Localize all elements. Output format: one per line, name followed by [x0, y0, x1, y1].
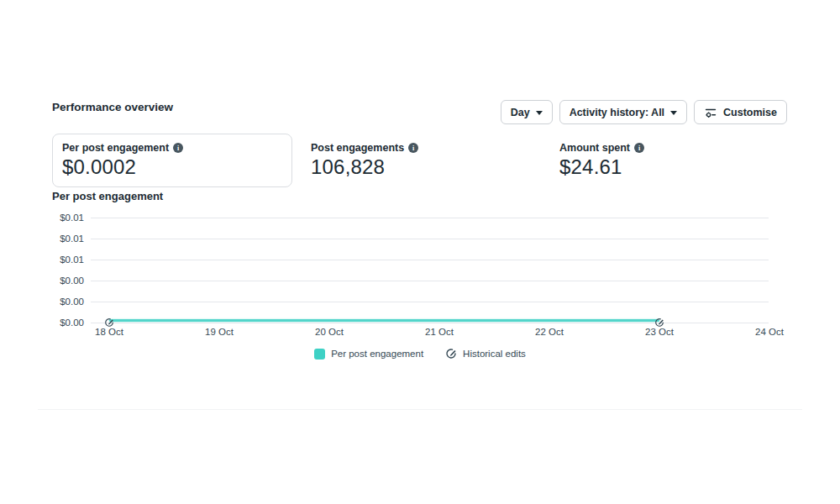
gridline — [91, 218, 769, 218]
x-tick-label: 23 Oct — [630, 327, 689, 337]
day-dropdown[interactable]: Day — [501, 100, 553, 124]
metric-card-post-engagements[interactable]: Post engagements i 106,828 — [301, 134, 541, 187]
chevron-down-icon — [536, 111, 543, 115]
performance-overview-panel: Performance overview Day Activity histor… — [0, 0, 840, 504]
metric-cards-row: Per post engagement i $0.0002 Post engag… — [52, 134, 790, 187]
activity-history-dropdown[interactable]: Activity history: All — [559, 100, 687, 124]
series-line-per-post-engagement[interactable] — [109, 319, 659, 322]
chart-legend: Per post engagement Historical edits — [0, 348, 840, 360]
metric-label: Amount spent — [559, 142, 630, 154]
chevron-down-icon — [670, 111, 677, 115]
page-title: Performance overview — [52, 101, 173, 113]
series-color-swatch — [314, 349, 325, 360]
day-dropdown-label: Day — [511, 107, 530, 118]
info-icon[interactable]: i — [408, 143, 418, 153]
x-tick-label: 18 Oct — [80, 327, 139, 337]
y-tick-label: $0.01 — [30, 211, 84, 224]
chart-title: Per post engagement — [52, 190, 163, 202]
metric-value: 106,828 — [311, 155, 531, 179]
metric-label: Post engagements — [311, 142, 404, 154]
metric-card-amount-spent[interactable]: Amount spent i $24.61 — [549, 134, 790, 187]
gridline — [91, 302, 769, 302]
legend-item-historical-edits: Historical edits — [445, 348, 526, 360]
x-tick-label: 20 Oct — [300, 327, 359, 337]
metric-value: $24.61 — [559, 155, 780, 179]
y-tick-label: $0.00 — [30, 316, 84, 329]
x-tick-label: 24 Oct — [740, 327, 799, 337]
gridline — [91, 323, 769, 323]
metric-card-per-post-engagement[interactable]: Per post engagement i $0.0002 — [52, 134, 292, 187]
y-tick-label: $0.01 — [30, 232, 84, 245]
info-icon[interactable]: i — [634, 143, 644, 153]
y-tick-label: $0.01 — [30, 253, 84, 266]
metric-label: Per post engagement — [62, 142, 169, 154]
y-tick-label: $0.00 — [30, 295, 84, 308]
x-tick-label: 22 Oct — [520, 327, 579, 337]
y-tick-label: $0.00 — [30, 274, 84, 287]
section-divider — [38, 409, 802, 410]
legend-item-per-post-engagement: Per post engagement — [314, 349, 423, 360]
historical-edits-icon — [445, 348, 457, 360]
gridline — [91, 239, 769, 239]
legend-label: Per post engagement — [331, 349, 423, 359]
historical-edit-icon[interactable] — [654, 316, 664, 326]
x-tick-label: 21 Oct — [410, 327, 469, 337]
legend-label: Historical edits — [463, 349, 526, 359]
info-icon[interactable]: i — [173, 143, 183, 153]
activity-history-label: Activity history: All — [570, 107, 664, 118]
chart-controls: Day Activity history: All Customise — [501, 100, 787, 124]
gridline — [91, 281, 769, 281]
customise-label: Customise — [723, 107, 777, 118]
x-tick-label: 19 Oct — [190, 327, 249, 337]
customise-icon — [704, 106, 717, 119]
customise-button[interactable]: Customise — [694, 100, 787, 124]
metric-value: $0.0002 — [62, 155, 282, 179]
historical-edit-icon[interactable] — [104, 316, 114, 326]
gridline — [91, 260, 769, 260]
